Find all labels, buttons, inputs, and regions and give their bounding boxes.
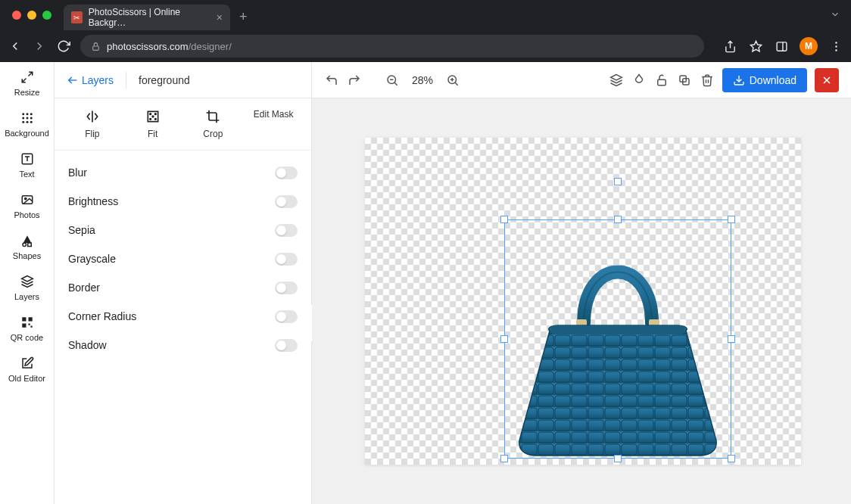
rotate-handle[interactable]: [614, 178, 622, 185]
panel-icon[interactable]: [774, 39, 789, 54]
lock-toolbar-icon[interactable]: [654, 73, 669, 88]
layers-toolbar-icon[interactable]: [609, 73, 624, 88]
share-icon[interactable]: [722, 39, 737, 54]
resize-handle-tr[interactable]: [728, 216, 735, 223]
rail-item-background[interactable]: Background: [0, 110, 54, 138]
rail-item-shapes[interactable]: Shapes: [0, 233, 54, 260]
svg-point-40: [152, 116, 154, 117]
panel-header: Layers foreground: [55, 62, 311, 98]
browser-actions: M: [722, 37, 843, 55]
rail-item-text[interactable]: Text: [0, 151, 54, 179]
toggle-grayscale[interactable]: [275, 253, 298, 266]
resize-handle-br[interactable]: [728, 455, 735, 462]
flip-button[interactable]: Flip: [70, 109, 115, 139]
duplicate-icon[interactable]: [677, 73, 692, 88]
tool-label: Flip: [85, 129, 99, 139]
canvas-viewport[interactable]: [312, 98, 851, 504]
zoom-in-button[interactable]: [445, 73, 460, 88]
svg-point-12: [30, 113, 32, 115]
forward-button[interactable]: [32, 39, 47, 54]
download-label: Download: [750, 74, 796, 86]
bookmark-icon[interactable]: [748, 39, 763, 54]
svg-point-6: [835, 45, 837, 47]
toggle-brightness[interactable]: [275, 195, 298, 208]
svg-rect-26: [27, 243, 31, 247]
url-path: /designer/: [189, 41, 232, 52]
rail-item-oldeditor[interactable]: Old Editor: [0, 356, 54, 383]
svg-marker-27: [21, 276, 33, 282]
rail-label: Old Editor: [8, 374, 45, 383]
svg-line-9: [22, 79, 26, 82]
rail-label: Layers: [14, 292, 39, 301]
edit-mask-button[interactable]: Edit Mask: [251, 109, 296, 139]
layer-panel: Layers foreground Flip Fit Crop Edit Mas…: [55, 62, 312, 504]
svg-rect-0: [93, 45, 99, 49]
reload-button[interactable]: [56, 39, 71, 54]
back-to-layers-button[interactable]: Layers: [67, 74, 114, 86]
rail-item-resize[interactable]: Resize: [0, 70, 54, 97]
delete-icon[interactable]: [700, 73, 715, 88]
resize-handle-ml[interactable]: [500, 335, 508, 343]
app: Resize Background Text Photos Shapes Lay…: [0, 62, 851, 504]
window-minimize-icon[interactable]: [27, 11, 36, 20]
selection-box[interactable]: [504, 219, 731, 459]
resize-handle-mr[interactable]: [728, 335, 735, 343]
svg-point-25: [23, 243, 26, 247]
toggle-sepia[interactable]: [275, 224, 298, 237]
svg-marker-48: [610, 74, 622, 80]
resize-handle-bl[interactable]: [500, 455, 508, 462]
left-rail: Resize Background Text Photos Shapes Lay…: [0, 62, 55, 504]
favicon-icon: ✂: [71, 11, 83, 23]
artboard[interactable]: [365, 138, 801, 465]
back-button[interactable]: [8, 39, 23, 54]
layers-icon: [20, 274, 34, 289]
download-icon: [733, 74, 745, 86]
toggle-border[interactable]: [275, 282, 298, 294]
effect-label: Sepia: [68, 224, 95, 236]
svg-point-10: [22, 113, 24, 115]
effect-border: Border: [68, 273, 298, 302]
svg-point-16: [22, 121, 24, 123]
resize-handle-bm[interactable]: [614, 455, 622, 462]
opacity-icon[interactable]: [631, 73, 647, 88]
zoom-level[interactable]: 28%: [407, 74, 438, 86]
undo-button[interactable]: [324, 73, 339, 88]
tool-label: Crop: [203, 129, 223, 139]
svg-rect-30: [22, 324, 26, 328]
svg-point-11: [26, 113, 28, 115]
fit-button[interactable]: Fit: [130, 109, 176, 139]
crop-button[interactable]: Crop: [190, 109, 235, 139]
close-editor-button[interactable]: [815, 68, 839, 92]
window-close-icon[interactable]: [12, 11, 21, 20]
browser-chrome: ✂ PhotoScissors | Online Backgr… × + pho…: [0, 0, 851, 62]
rail-label: QR code: [11, 333, 43, 342]
new-tab-button[interactable]: +: [239, 9, 248, 25]
rail-item-layers[interactable]: Layers: [0, 274, 54, 301]
download-button[interactable]: Download: [722, 68, 807, 92]
address-bar: photoscissors.com/designer/ M: [0, 30, 851, 62]
rail-item-qrcode[interactable]: QR code: [0, 315, 54, 342]
menu-icon[interactable]: [828, 39, 843, 54]
redo-button[interactable]: [347, 73, 362, 88]
resize-handle-tl[interactable]: [500, 216, 508, 223]
tool-label: Edit Mask: [254, 109, 294, 121]
tab-close-icon[interactable]: ×: [217, 11, 223, 23]
tabs-overflow-icon[interactable]: [830, 9, 840, 20]
url-input[interactable]: photoscissors.com/designer/: [80, 35, 704, 58]
svg-rect-31: [28, 324, 30, 325]
toggle-shadow[interactable]: [275, 339, 298, 352]
rail-item-photos[interactable]: Photos: [0, 192, 54, 219]
window-maximize-icon[interactable]: [42, 11, 51, 20]
effect-label: Border: [68, 282, 100, 294]
rail-label: Resize: [14, 88, 40, 97]
zoom-out-button[interactable]: [385, 73, 400, 88]
toggle-cornerradius[interactable]: [275, 310, 298, 323]
profile-avatar[interactable]: M: [800, 37, 818, 55]
svg-point-38: [149, 119, 151, 120]
effect-sepia: Sepia: [68, 216, 298, 244]
browser-tab[interactable]: ✂ PhotoScissors | Online Backgr… ×: [64, 5, 230, 30]
svg-line-45: [455, 82, 458, 86]
crop-icon: [205, 109, 220, 124]
toggle-blur[interactable]: [275, 166, 298, 179]
resize-handle-tm[interactable]: [614, 216, 622, 223]
